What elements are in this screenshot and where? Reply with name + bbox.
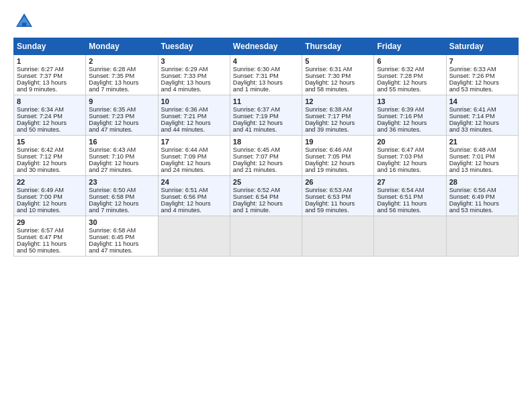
calendar-cell: 15Sunrise: 6:42 AMSunset: 7:12 PMDayligh…: [14, 136, 86, 176]
cell-line: and 33 minutes.: [449, 126, 515, 133]
calendar-week-row: 1Sunrise: 6:27 AMSunset: 7:37 PMDaylight…: [14, 55, 519, 95]
day-number: 20: [377, 138, 443, 146]
day-number: 23: [89, 178, 154, 186]
calendar-cell: 21Sunrise: 6:48 AMSunset: 7:01 PMDayligh…: [446, 136, 518, 176]
cell-line: Sunrise: 6:27 AM: [17, 66, 83, 73]
calendar-page: SundayMondayTuesdayWednesdayThursdayFrid…: [0, 0, 532, 411]
cell-line: and 7 minutes.: [89, 86, 154, 93]
cell-line: Daylight: 12 hours: [89, 200, 154, 207]
calendar-cell: 19Sunrise: 6:46 AMSunset: 7:05 PMDayligh…: [302, 136, 374, 176]
cell-line: and 47 minutes.: [89, 247, 154, 254]
cell-line: and 21 minutes.: [233, 167, 299, 173]
day-number: 29: [17, 218, 83, 226]
day-number: 24: [161, 178, 227, 186]
cell-line: Daylight: 12 hours: [233, 200, 299, 207]
cell-line: Sunset: 7:21 PM: [161, 113, 227, 120]
cell-line: Daylight: 11 hours: [449, 200, 515, 207]
calendar-week-row: 22Sunrise: 6:49 AMSunset: 7:00 PMDayligh…: [14, 176, 519, 216]
cell-line: Sunrise: 6:51 AM: [161, 187, 227, 193]
cell-line: Sunset: 7:12 PM: [17, 153, 83, 160]
cell-line: Daylight: 12 hours: [17, 200, 83, 207]
cell-line: and 50 minutes.: [17, 247, 83, 254]
cell-line: Sunset: 7:00 PM: [17, 193, 83, 200]
cell-line: Daylight: 12 hours: [449, 160, 515, 167]
cell-line: Sunrise: 6:36 AM: [161, 106, 227, 113]
cell-line: Daylight: 11 hours: [89, 240, 154, 247]
cell-line: and 9 minutes.: [17, 86, 83, 93]
logo: [13, 11, 38, 32]
cell-line: and 39 minutes.: [305, 126, 371, 133]
cell-line: and 44 minutes.: [161, 126, 227, 133]
calendar-cell: 7Sunrise: 6:33 AMSunset: 7:26 PMDaylight…: [446, 55, 518, 95]
cell-line: Sunset: 7:26 PM: [449, 73, 515, 79]
day-number: 19: [305, 138, 371, 146]
cell-line: Sunset: 7:33 PM: [161, 73, 227, 79]
cell-line: Sunrise: 6:37 AM: [233, 106, 299, 113]
cell-line: Sunset: 7:31 PM: [233, 73, 299, 79]
cell-line: Sunrise: 6:56 AM: [449, 187, 515, 193]
cell-line: and 58 minutes.: [305, 86, 371, 93]
cell-line: and 24 minutes.: [161, 167, 227, 173]
cell-line: Sunrise: 6:38 AM: [305, 106, 371, 113]
calendar-cell: 26Sunrise: 6:53 AMSunset: 6:53 PMDayligh…: [302, 176, 374, 216]
cell-line: and 27 minutes.: [89, 167, 154, 173]
calendar-cell: 13Sunrise: 6:39 AMSunset: 7:16 PMDayligh…: [374, 95, 446, 136]
cell-line: Sunrise: 6:41 AM: [449, 106, 515, 113]
cell-line: Daylight: 12 hours: [89, 160, 154, 167]
day-number: 1: [17, 57, 83, 65]
calendar-day-header: Saturday: [446, 38, 518, 55]
calendar-cell: 11Sunrise: 6:37 AMSunset: 7:19 PMDayligh…: [230, 95, 302, 136]
day-number: 30: [89, 218, 154, 226]
cell-line: Sunset: 7:09 PM: [161, 153, 227, 160]
cell-line: Sunrise: 6:43 AM: [89, 146, 154, 153]
cell-line: Sunset: 7:05 PM: [305, 153, 371, 160]
cell-line: Sunrise: 6:46 AM: [305, 146, 371, 153]
cell-line: and 50 minutes.: [17, 126, 83, 133]
cell-line: Sunset: 6:53 PM: [305, 193, 371, 200]
cell-line: Sunset: 7:37 PM: [17, 73, 83, 79]
calendar-cell: 10Sunrise: 6:36 AMSunset: 7:21 PMDayligh…: [158, 95, 230, 136]
calendar-header-row: SundayMondayTuesdayWednesdayThursdayFrid…: [14, 38, 519, 55]
cell-line: and 4 minutes.: [161, 86, 227, 93]
calendar-cell: 8Sunrise: 6:34 AMSunset: 7:24 PMDaylight…: [14, 95, 86, 136]
day-number: 17: [161, 138, 227, 146]
day-number: 7: [449, 57, 515, 65]
cell-line: Sunset: 6:54 PM: [233, 193, 299, 200]
day-number: 9: [89, 97, 154, 105]
cell-line: Sunrise: 6:32 AM: [377, 66, 443, 73]
cell-line: Sunrise: 6:54 AM: [377, 187, 443, 193]
calendar-cell: 23Sunrise: 6:50 AMSunset: 6:58 PMDayligh…: [86, 176, 158, 216]
calendar-cell: 18Sunrise: 6:45 AMSunset: 7:07 PMDayligh…: [230, 136, 302, 176]
calendar-cell: 17Sunrise: 6:44 AMSunset: 7:09 PMDayligh…: [158, 136, 230, 176]
cell-line: and 41 minutes.: [233, 126, 299, 133]
cell-line: and 10 minutes.: [17, 207, 83, 214]
cell-line: Sunset: 7:10 PM: [89, 153, 154, 160]
cell-line: Sunrise: 6:44 AM: [161, 146, 227, 153]
day-number: 12: [305, 97, 371, 105]
cell-line: Sunset: 7:35 PM: [89, 73, 154, 79]
calendar-day-header: Sunday: [14, 38, 86, 55]
calendar-cell: 9Sunrise: 6:35 AMSunset: 7:23 PMDaylight…: [86, 95, 158, 136]
cell-line: Sunrise: 6:35 AM: [89, 106, 154, 113]
cell-line: and 16 minutes.: [377, 167, 443, 173]
calendar-day-header: Thursday: [302, 38, 374, 55]
cell-line: Sunrise: 6:49 AM: [17, 187, 83, 193]
cell-line: and 19 minutes.: [305, 167, 371, 173]
cell-line: and 53 minutes.: [449, 86, 515, 93]
cell-line: Daylight: 12 hours: [233, 120, 299, 126]
cell-line: Daylight: 12 hours: [17, 160, 83, 167]
cell-line: and 1 minute.: [233, 207, 299, 214]
cell-line: Sunset: 7:16 PM: [377, 113, 443, 120]
calendar-week-row: 8Sunrise: 6:34 AMSunset: 7:24 PMDaylight…: [14, 95, 519, 136]
cell-line: and 56 minutes.: [377, 207, 443, 214]
day-number: 11: [233, 97, 299, 105]
calendar-week-row: 29Sunrise: 6:57 AMSunset: 6:47 PMDayligh…: [14, 216, 519, 257]
cell-line: Daylight: 11 hours: [17, 240, 83, 247]
cell-line: Daylight: 12 hours: [449, 79, 515, 86]
cell-line: Daylight: 12 hours: [161, 120, 227, 126]
cell-line: Daylight: 12 hours: [377, 120, 443, 126]
cell-line: and 13 minutes.: [449, 167, 515, 173]
day-number: 4: [233, 57, 299, 65]
cell-line: Sunrise: 6:47 AM: [377, 146, 443, 153]
calendar-cell: 25Sunrise: 6:52 AMSunset: 6:54 PMDayligh…: [230, 176, 302, 216]
